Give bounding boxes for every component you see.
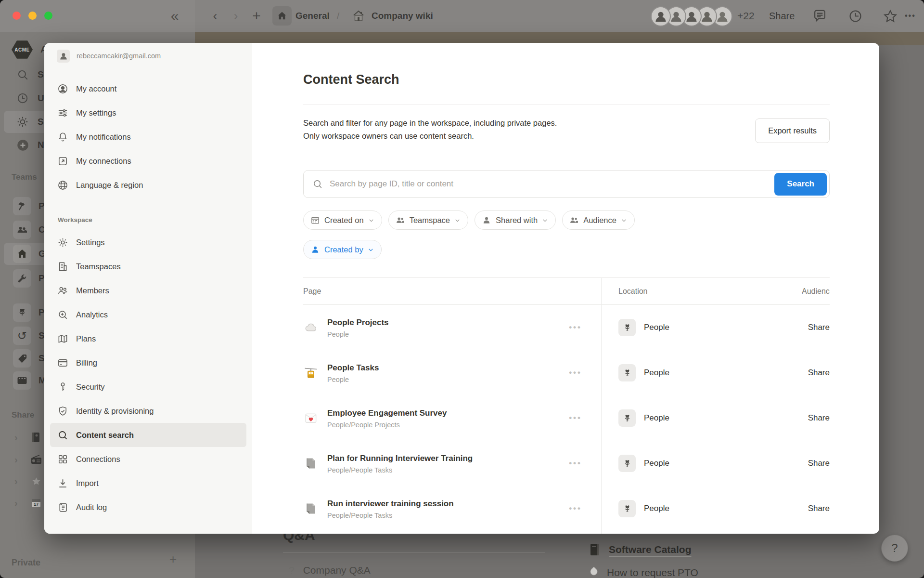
filter-label: Created on: [324, 216, 364, 225]
menu-item-my-account[interactable]: My account: [44, 77, 246, 101]
divider: [283, 552, 545, 553]
minimize-window-button[interactable]: [28, 12, 37, 20]
menu-item-my-notifications[interactable]: My notifications: [44, 125, 246, 149]
filter-created-by-active[interactable]: Created by: [303, 240, 382, 259]
more-options-icon[interactable]: •••: [905, 0, 916, 32]
person-circle-icon: [57, 83, 68, 94]
menu-item-label: Teamspaces: [76, 262, 121, 271]
row-menu-icon[interactable]: •••: [569, 368, 582, 378]
export-results-button[interactable]: Export results: [755, 118, 830, 143]
page-title[interactable]: Plan for Running Interviewer Training: [327, 453, 473, 464]
table-row[interactable]: People Tasks People ••• People Share: [303, 350, 830, 395]
page-path: People/People Projects: [327, 421, 447, 429]
breadcrumb-page-title[interactable]: Company wiki: [372, 0, 433, 32]
row-menu-icon[interactable]: •••: [569, 323, 582, 332]
background-company-qa-link[interactable]: ? Company Q&A: [289, 565, 371, 576]
row-menu-icon[interactable]: •••: [569, 459, 582, 468]
row-menu-icon[interactable]: •••: [569, 413, 582, 423]
search-button[interactable]: Search: [774, 173, 827, 196]
menu-item-billing[interactable]: Billing: [44, 351, 246, 375]
breadcrumb-home-icon[interactable]: [272, 6, 292, 26]
teamspace-flower-icon: [618, 319, 636, 336]
search-bar[interactable]: Search: [303, 170, 830, 198]
teamspace-flower-icon: [618, 455, 636, 472]
column-header-page[interactable]: Page: [303, 287, 601, 296]
menu-item-connections[interactable]: Connections: [44, 447, 246, 471]
teamspace-flower-icon: [618, 364, 636, 381]
hammer-icon: [13, 197, 31, 215]
page-path: People: [327, 376, 379, 383]
menu-item-my-connections[interactable]: My connections: [44, 149, 246, 173]
page-path: People/People Tasks: [327, 512, 454, 519]
favorite-star-icon[interactable]: [883, 9, 898, 24]
menu-item-content-search[interactable]: Content search: [50, 423, 246, 447]
page-title[interactable]: Run interviewer training session: [327, 499, 454, 509]
menu-item-members[interactable]: Members: [44, 278, 246, 302]
request-pto-label: How to request PTO: [607, 567, 698, 578]
menu-item-teamspaces[interactable]: Teamspaces: [44, 254, 246, 278]
close-window-button[interactable]: [13, 12, 21, 20]
menu-item-audit-log[interactable]: Audit log: [44, 495, 246, 519]
menu-item-import[interactable]: Import: [44, 471, 246, 495]
menu-item-language-region[interactable]: Language & region: [44, 173, 246, 197]
maximize-window-button[interactable]: [44, 12, 52, 20]
menu-item-plans[interactable]: Plans: [44, 327, 246, 351]
filter-teamspace[interactable]: Teamspace: [388, 210, 468, 230]
page-path: People/People Tasks: [327, 466, 473, 474]
menu-item-analytics[interactable]: Analytics: [44, 302, 246, 327]
chevron-right-icon[interactable]: ›: [14, 454, 18, 465]
share-button[interactable]: Share: [769, 0, 795, 32]
menu-item-settings[interactable]: Settings: [44, 230, 246, 254]
menu-item-label: Content search: [76, 431, 134, 440]
divider: [303, 105, 830, 105]
forward-icon[interactable]: ›: [228, 0, 244, 32]
page-title[interactable]: People Tasks: [327, 363, 379, 373]
page-icon: [303, 457, 319, 470]
collapse-sidebar-icon[interactable]: «: [167, 0, 183, 32]
filter-chips: Created on Teamspace Shared with Audienc…: [303, 210, 830, 230]
menu-item-label: Identity & provisioning: [76, 407, 154, 416]
chevron-right-icon[interactable]: ›: [14, 476, 18, 487]
import-arrow-icon: [57, 478, 68, 489]
avatar[interactable]: [651, 6, 671, 26]
updates-clock-icon[interactable]: [848, 9, 863, 24]
menu-item-my-settings[interactable]: My settings: [44, 101, 246, 125]
settings-modal: rebeccamcakir@gmail.com My account My se…: [44, 43, 879, 534]
row-menu-icon[interactable]: •••: [569, 504, 582, 513]
avatar-overflow-count[interactable]: +22: [737, 0, 755, 32]
wrench-icon: [13, 269, 31, 288]
back-icon[interactable]: ‹: [207, 0, 223, 32]
filter-shared-with[interactable]: Shared with: [475, 210, 556, 230]
sliders-icon: [57, 107, 68, 118]
background-software-catalog-link[interactable]: Software Catalog: [589, 543, 692, 556]
background-request-pto-link[interactable]: How to request PTO: [589, 566, 698, 578]
add-private-page-icon[interactable]: +: [169, 552, 177, 567]
chevron-right-icon[interactable]: ›: [14, 498, 18, 509]
table-row[interactable]: Run interviewer training session People/…: [303, 486, 830, 531]
column-header-audience[interactable]: Audience: [802, 287, 830, 296]
chevron-right-icon[interactable]: ›: [14, 432, 18, 443]
software-catalog-label: Software Catalog: [609, 544, 692, 555]
new-tab-icon[interactable]: +: [248, 0, 265, 32]
filter-created-on[interactable]: Created on: [303, 210, 382, 230]
people-icon: [396, 215, 405, 225]
account-email: rebeccamcakir@gmail.com: [77, 52, 161, 60]
filter-audience[interactable]: Audience: [562, 210, 635, 230]
breadcrumb-section[interactable]: General: [295, 0, 330, 32]
calendar-17-icon: 17: [30, 497, 42, 509]
menu-item-identity-provisioning[interactable]: Identity & provisioning: [44, 399, 246, 423]
menu-item-label: Security: [76, 382, 105, 392]
table-row[interactable]: Plan for Running Interviewer Training Pe…: [303, 441, 830, 486]
table-row[interactable]: People Projects People ••• People Share: [303, 305, 830, 350]
page-title[interactable]: People Projects: [327, 317, 389, 328]
table-row[interactable]: Employee Engagement Survey People/People…: [303, 395, 830, 441]
film-icon: [13, 371, 31, 390]
column-header-location[interactable]: Location: [601, 287, 802, 296]
grid-icon: [57, 454, 68, 465]
page-title[interactable]: Employee Engagement Survey: [327, 408, 447, 419]
help-button[interactable]: ?: [881, 535, 908, 562]
comments-icon[interactable]: [812, 9, 827, 24]
menu-item-security[interactable]: Security: [44, 375, 246, 399]
members-icon: [57, 285, 68, 296]
search-input[interactable]: [329, 179, 774, 189]
